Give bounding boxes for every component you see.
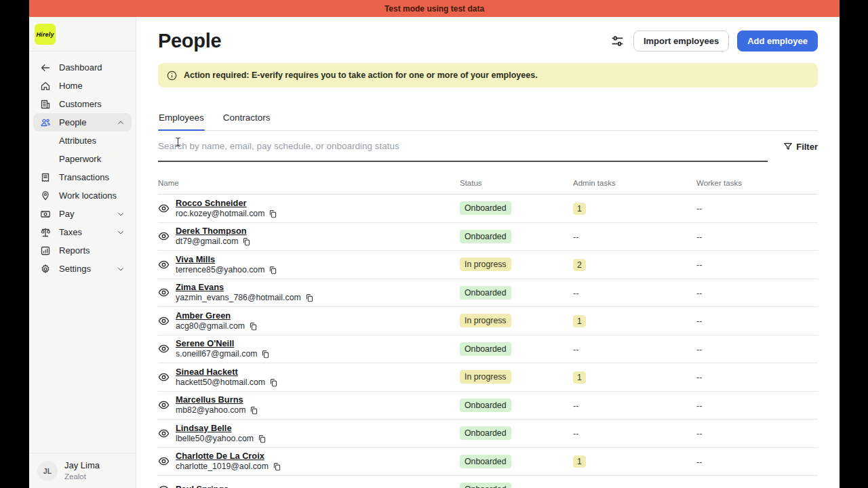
worker-tasks-cell: -- [696,343,818,355]
add-employee-button[interactable]: Add employee [737,30,818,52]
copy-icon[interactable] [249,322,258,331]
table-settings-icon[interactable] [610,34,625,49]
copy-icon[interactable] [250,406,258,415]
search-input[interactable] [158,141,768,151]
admin-tasks-empty: -- [573,401,578,411]
employee-name-link[interactable]: Sinead Hackett [176,367,278,378]
eye-icon[interactable] [158,315,170,327]
email-line: hackett50@hotmail.com [176,378,278,388]
tab-bar: EmployeesContractors [158,113,818,131]
admin-tasks-cell: -- [573,399,696,411]
status-badge: Onboarded [460,286,511,300]
employee-email: yazmin_evans_786@hotmail.com [176,293,301,303]
column-header-status: Status [460,179,573,187]
sidebar-item-label: Attributes [59,136,125,146]
scale-icon [40,227,51,238]
employee-name-link[interactable]: Derek Thompson [176,226,251,237]
eye-icon[interactable] [158,399,170,411]
sidebar-item-customers[interactable]: Customers [33,95,132,113]
employee-name-link[interactable]: Marcellus Burns [176,394,258,405]
sidebar-item-label: Reports [59,245,125,256]
sidebar-item-work-locations[interactable]: Work locations [33,186,132,205]
employee-name-link[interactable]: Paul Springs [176,484,229,488]
copy-icon[interactable] [305,293,314,302]
sidebar-item-label: Transactions [59,172,125,182]
copy-icon[interactable] [269,209,277,218]
table-row[interactable]: Derek Thompson dt79@gmail.com Onboarded … [158,223,818,251]
table-row[interactable]: Charlotte De La Croix charlotte_1019@aol… [158,448,818,476]
table-row[interactable]: Lindsay Belle lbelle50@yahoo.com Onboard… [158,420,818,448]
employee-name-link[interactable]: Viva Mills [176,254,277,265]
table-row[interactable]: Paul Springs Onboarded [158,476,818,488]
table-row[interactable]: Sinead Hackett hackett50@hotmail.com In … [158,363,818,392]
eye-icon[interactable] [158,455,170,467]
eye-icon[interactable] [158,203,170,214]
sidebar-item-transactions[interactable]: Transactions [33,168,132,186]
tab-contractors[interactable]: Contractors [222,113,271,130]
sidebar-item-settings[interactable]: Settings [33,260,132,278]
employee-email: mb82@yahoo.com [176,405,245,415]
status-badge: Onboarded [460,201,511,215]
status-badge: In progress [460,314,511,327]
worker-tasks-empty: -- [696,232,702,242]
table-row[interactable]: Serene O'Neill s.oneill67@gmail.com Onbo… [158,336,818,364]
table-row[interactable]: Zima Evans yazmin_evans_786@hotmail.com … [158,279,818,308]
table-row[interactable]: Marcellus Burns mb82@yahoo.com Onboarded… [158,392,818,420]
copy-icon[interactable] [273,462,281,471]
sidebar-item-dashboard[interactable]: Dashboard [33,58,132,77]
sidebar-item-people[interactable]: People [33,113,132,131]
chevron-up-icon [117,119,125,127]
sidebar-item-attributes[interactable]: Attributes [33,131,132,150]
employee-name-link[interactable]: Amber Green [176,310,258,321]
name-cell: Rocco Schneider roc.kozey@hotmail.com [158,198,460,219]
eye-icon[interactable] [158,230,170,242]
receipt-icon [40,172,51,183]
eye-icon[interactable] [158,428,170,439]
copy-icon[interactable] [242,237,251,246]
sidebar-item-paperwork[interactable]: Paperwork [33,150,132,168]
name-cell: Derek Thompson dt79@gmail.com [158,226,460,247]
eye-icon[interactable] [158,287,170,298]
copy-icon[interactable] [261,350,270,359]
hirely-logo[interactable]: Hirely [35,24,56,45]
eye-icon[interactable] [158,484,170,488]
table-row[interactable]: Amber Green acg80@gmail.com In progress … [158,307,818,336]
copy-icon[interactable] [269,266,277,274]
sidebar-item-reports[interactable]: Reports [33,241,132,260]
building-icon [40,99,51,110]
import-employees-button[interactable]: Import employees [633,30,729,52]
sidebar-item-home[interactable]: Home [33,77,132,95]
admin-tasks-cell: 2 [573,258,696,271]
tab-employees[interactable]: Employees [158,113,205,130]
test-mode-banner: Test mode using test data [29,0,840,17]
employee-name-link[interactable]: Lindsay Belle [176,423,267,434]
sidebar-item-pay[interactable]: Pay [33,205,132,223]
employee-name-link[interactable]: Rocco Schneider [176,198,277,209]
copy-icon[interactable] [269,378,278,387]
money-icon [40,209,51,220]
employee-email: acg80@gmail.com [176,321,245,331]
name-cell: Paul Springs [158,484,460,488]
worker-tasks-empty: -- [696,345,702,354]
name-cell: Sinead Hackett hackett50@hotmail.com [158,367,460,388]
eye-icon[interactable] [158,259,170,270]
column-header-name: Name [158,179,460,187]
employee-email: dt79@gmail.com [176,237,238,247]
sidebar-user[interactable]: JL Jay Lima Zealot [29,453,136,488]
sidebar-item-label: Customers [59,99,125,109]
employee-name-link[interactable]: Charlotte De La Croix [176,451,281,462]
employee-name-link[interactable]: Serene O'Neill [176,338,270,349]
table-row[interactable]: Rocco Schneider roc.kozey@hotmail.com On… [158,195,818,223]
worker-tasks-empty: -- [696,373,702,382]
employee-name-link[interactable]: Zima Evans [176,282,314,293]
main-content: People Import employees Add employee [136,17,840,488]
sidebar-item-taxes[interactable]: Taxes [33,223,132,241]
sidebar-item-label: Home [59,81,125,91]
table-row[interactable]: Viva Mills terrence85@yahoo.com In progr… [158,251,818,279]
name-cell: Charlotte De La Croix charlotte_1019@aol… [158,451,460,472]
eye-icon[interactable] [158,343,170,354]
worker-tasks-cell: -- [696,399,818,411]
filter-button[interactable]: Filter [783,142,818,152]
eye-icon[interactable] [158,371,170,383]
copy-icon[interactable] [258,434,267,443]
